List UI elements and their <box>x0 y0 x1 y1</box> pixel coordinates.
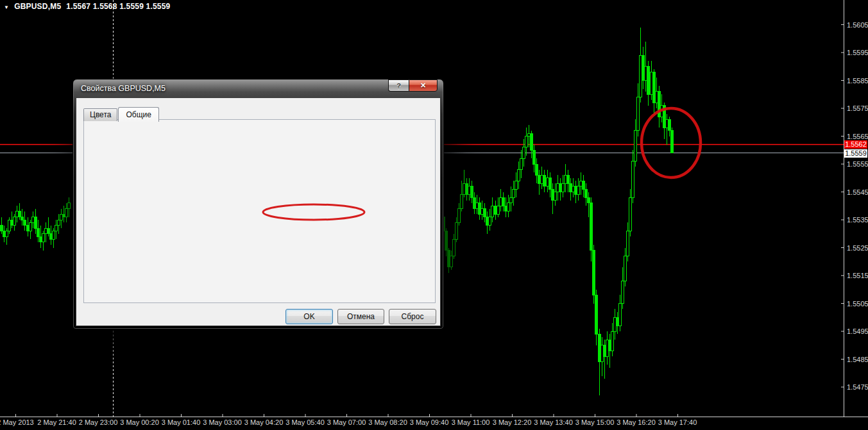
time-tick-label: 3 May 05:40 <box>285 418 325 426</box>
tab-colors[interactable]: Цвета <box>83 108 117 121</box>
ok-button[interactable]: OK <box>285 309 333 324</box>
properties-dialog: Свойства GBPUSD,M5 ? ✕ ЦветаОбщие Автоно… <box>72 79 444 329</box>
price-tick-label: 1.5515 <box>847 272 868 279</box>
dialog-title: Свойства GBPUSD,M5 <box>81 84 166 93</box>
time-tick-label: 3 May 11:00 <box>452 418 490 426</box>
time-tick-label: 2 May 2013 <box>0 418 34 426</box>
tab-general[interactable]: Общие <box>118 107 158 122</box>
price-tick-label: 1.5535 <box>847 216 868 224</box>
mt4-chart-window: ▼ GBPUSD,M5 1.5567 1.5568 1.5559 1.5559 … <box>0 0 868 430</box>
price-tick-label: 1.5575 <box>847 104 868 112</box>
tab-page-general <box>83 119 436 303</box>
time-tick-label: 3 May 00:20 <box>120 418 159 426</box>
price-tick-label: 1.5595 <box>847 49 868 56</box>
ohlc-values: 1.5567 1.5568 1.5559 1.5559 <box>66 2 170 11</box>
price-tick-label: 1.5525 <box>847 244 868 252</box>
price-tick-label: 1.5505 <box>847 300 868 308</box>
bid-price-tag: 1.5559 <box>844 149 867 158</box>
time-tick-label: 3 May 12:20 <box>493 418 532 426</box>
time-tick-label: 2 May 23:00 <box>79 418 118 426</box>
time-tick-label: 2 May 21:40 <box>37 418 76 426</box>
price-tick-label: 1.5475 <box>847 383 868 391</box>
cancel-button[interactable]: Отмена <box>337 309 384 324</box>
price-tick-label: 1.5485 <box>847 356 868 363</box>
time-tick-label: 3 May 04:20 <box>244 418 284 426</box>
price-tick-label: 1.5585 <box>847 77 868 85</box>
price-tick-label: 1.5565 <box>847 133 868 140</box>
time-tick-label: 3 May 15:00 <box>575 418 615 426</box>
close-button[interactable]: ✕ <box>409 79 438 92</box>
symbol-ohlc-label: ▼ GBPUSD,M5 1.5567 1.5568 1.5559 1.5559 <box>4 2 171 11</box>
time-tick-label: 3 May 09:40 <box>410 418 449 426</box>
reset-button[interactable]: Сброс <box>389 309 436 324</box>
ask-price-tag: 1.5562 <box>844 140 867 149</box>
time-tick-label: 3 May 03:00 <box>203 418 242 426</box>
dropdown-arrow-icon: ▼ <box>4 4 9 10</box>
symbol-name: GBPUSD,M5 <box>14 2 61 11</box>
time-tick-label: 3 May 07:00 <box>327 418 366 426</box>
time-tick-label: 3 May 17:40 <box>658 418 697 426</box>
price-tick-label: 1.5495 <box>847 327 868 335</box>
price-tick-label: 1.5555 <box>847 160 868 168</box>
dialog-client-area: ЦветаОбщие Автономный графикГрафик сверх… <box>76 97 441 326</box>
price-tick-label: 1.5545 <box>847 188 868 196</box>
help-button[interactable]: ? <box>388 79 409 92</box>
time-tick-label: 3 May 13:40 <box>534 418 573 426</box>
time-tick-label: 3 May 01:40 <box>162 418 201 426</box>
time-tick-label: 3 May 08:20 <box>368 418 407 426</box>
time-tick-label: 3 May 16:20 <box>617 418 656 426</box>
dialog-titlebar[interactable]: Свойства GBPUSD,M5 ? ✕ <box>73 79 443 97</box>
price-tick-label: 1.5605 <box>847 21 868 29</box>
